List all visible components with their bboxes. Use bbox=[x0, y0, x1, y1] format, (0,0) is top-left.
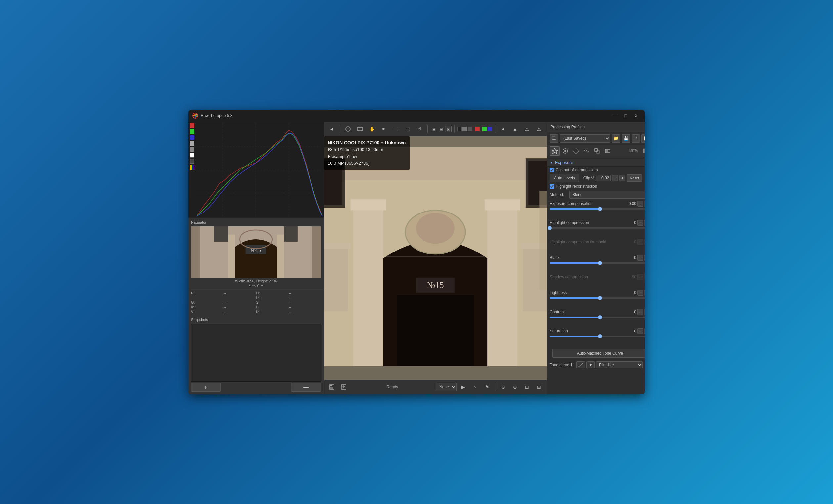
profile-reset-button[interactable]: ↺ bbox=[632, 134, 640, 143]
saturation-decrement[interactable]: − bbox=[638, 328, 643, 334]
pick-color-button[interactable]: ✒ bbox=[378, 124, 389, 134]
saturation-reset-icon[interactable]: ↺ bbox=[644, 339, 645, 345]
saturation-slider[interactable] bbox=[550, 336, 645, 337]
highlight-comp-increment[interactable]: + bbox=[644, 220, 645, 226]
profile-copy-button[interactable]: 📋 bbox=[641, 134, 645, 143]
zoom-in-button[interactable]: ⊕ bbox=[510, 382, 520, 392]
detail-tab-button[interactable] bbox=[571, 146, 581, 156]
maximize-button[interactable]: □ bbox=[621, 112, 630, 119]
black-thumb[interactable] bbox=[598, 261, 602, 265]
clip-reset-button[interactable]: Reset bbox=[626, 175, 642, 182]
minimize-button[interactable]: — bbox=[610, 112, 620, 119]
contrast-slider[interactable] bbox=[550, 317, 645, 318]
profile-dropdown[interactable]: (Last Saved) bbox=[560, 134, 610, 143]
auto-levels-button[interactable]: Auto Levels bbox=[550, 174, 579, 182]
clip-increment-button[interactable]: + bbox=[619, 175, 625, 181]
straighten-button[interactable]: ⊣ bbox=[390, 124, 401, 134]
meta-tab-button[interactable] bbox=[640, 146, 645, 156]
chroma-channel-btn[interactable] bbox=[190, 147, 194, 152]
exposure-comp-decrement[interactable]: − bbox=[638, 201, 643, 206]
highlight-comp-thumb[interactable] bbox=[548, 226, 552, 230]
transform-tab-button[interactable] bbox=[592, 146, 602, 156]
export-button[interactable] bbox=[338, 382, 349, 392]
clip-decrement-button[interactable]: − bbox=[612, 175, 618, 181]
dark-channel-button[interactable] bbox=[468, 127, 472, 131]
black-decrement[interactable]: − bbox=[638, 255, 643, 261]
select-button[interactable]: ↖ bbox=[470, 382, 480, 392]
profile-load-button[interactable]: 📁 bbox=[612, 134, 620, 143]
highlight-recon-checkbox[interactable] bbox=[550, 184, 554, 189]
view-mode-2-button[interactable]: ▣ bbox=[438, 126, 444, 132]
blue-channel-view-button[interactable] bbox=[487, 127, 492, 131]
circle-view-button[interactable]: ● bbox=[498, 124, 508, 134]
tone-curve-type-dropdown[interactable]: Film-like Standard Custom bbox=[596, 361, 643, 369]
exposure-comp-thumb[interactable] bbox=[598, 207, 602, 211]
blue-channel-btn[interactable] bbox=[190, 135, 194, 140]
lightness-reset-icon[interactable]: ↺ bbox=[644, 301, 645, 307]
lightness-increment[interactable]: + bbox=[644, 290, 645, 296]
tone-curve-1-reset[interactable]: ↺ bbox=[644, 362, 645, 368]
exposure-tab-button[interactable] bbox=[550, 146, 560, 156]
highlight-comp-reset-icon[interactable]: ↺ bbox=[644, 231, 645, 237]
view-mode-3-button[interactable]: ▣ bbox=[445, 126, 452, 132]
play-button[interactable]: ▶ bbox=[458, 382, 469, 392]
exposure-comp-slider[interactable] bbox=[550, 208, 645, 209]
black-slider[interactable] bbox=[550, 262, 645, 264]
warning-2-button[interactable]: ⚠ bbox=[533, 124, 544, 134]
auto-matched-tone-curve-button[interactable]: Auto-Matched Tone Curve bbox=[552, 349, 645, 358]
clip-value-input[interactable] bbox=[596, 175, 611, 181]
profile-menu-button[interactable]: ☰ bbox=[550, 134, 558, 143]
green-channel-view-button[interactable] bbox=[482, 127, 487, 131]
all-channels-button[interactable] bbox=[457, 127, 462, 131]
close-button[interactable]: ✕ bbox=[632, 112, 641, 119]
gray-channel-button[interactable] bbox=[462, 127, 467, 131]
tone-curve-1-type-icon[interactable]: ▼ bbox=[586, 361, 595, 369]
save-button[interactable] bbox=[327, 382, 337, 392]
info-button[interactable]: i bbox=[343, 124, 353, 134]
hand-tool-button[interactable]: ✋ bbox=[366, 124, 377, 134]
wavelet-tab-button[interactable] bbox=[581, 146, 592, 156]
green-channel-btn[interactable] bbox=[190, 129, 194, 134]
clip-gamut-checkbox[interactable] bbox=[550, 168, 554, 172]
red-channel-view-button[interactable] bbox=[475, 127, 480, 131]
profile-save-button[interactable]: 💾 bbox=[622, 134, 630, 143]
highlight-thresh-reset-icon[interactable]: ↺ bbox=[644, 247, 645, 253]
zoom-fit-button[interactable]: ⊡ bbox=[522, 382, 532, 392]
exposure-section-header[interactable]: ▼ Exposure bbox=[547, 159, 645, 167]
rainbow-btn[interactable] bbox=[190, 165, 194, 170]
shadow-comp-reset-icon[interactable]: ↺ bbox=[644, 282, 645, 288]
crop-button[interactable]: ⬚ bbox=[402, 124, 413, 134]
filmstrip-button[interactable] bbox=[355, 124, 365, 134]
exposure-comp-reset-icon[interactable]: ↺ bbox=[644, 212, 645, 218]
contrast-reset-icon[interactable]: ↺ bbox=[644, 320, 645, 326]
zoom-out-button[interactable]: ⊖ bbox=[498, 382, 508, 392]
black-increment[interactable]: + bbox=[644, 255, 645, 261]
transform-button[interactable]: ↺ bbox=[414, 124, 425, 134]
contrast-decrement[interactable]: − bbox=[638, 309, 643, 315]
remove-snapshot-button[interactable]: — bbox=[291, 383, 321, 392]
zoom-100-button[interactable]: ⊞ bbox=[533, 382, 544, 392]
view-mode-1-button[interactable]: ▣ bbox=[430, 126, 437, 132]
lightness-slider[interactable] bbox=[550, 298, 645, 299]
lightness-decrement[interactable]: − bbox=[638, 290, 643, 296]
flag-button[interactable]: ⚑ bbox=[482, 382, 492, 392]
method-dropdown[interactable]: Blend Luminance Color bbox=[569, 191, 645, 199]
tone-curve-1-icon-button[interactable] bbox=[576, 361, 585, 369]
black-reset-icon[interactable]: ↺ bbox=[644, 266, 645, 272]
luma-channel-btn[interactable] bbox=[190, 141, 194, 146]
highlight-comp-decrement[interactable]: − bbox=[638, 220, 643, 226]
saturation-thumb[interactable] bbox=[598, 334, 602, 338]
color-tab-button[interactable] bbox=[561, 146, 570, 156]
triangle-view-button[interactable]: ▲ bbox=[510, 124, 520, 134]
red-channel-btn[interactable] bbox=[190, 123, 194, 128]
black-point-btn[interactable] bbox=[190, 159, 194, 163]
contrast-thumb[interactable] bbox=[598, 315, 602, 319]
back-button[interactable]: ◄ bbox=[327, 124, 337, 134]
highlight-comp-slider[interactable] bbox=[550, 227, 645, 229]
exposure-comp-increment[interactable]: + bbox=[644, 201, 645, 206]
warning-1-button[interactable]: ⚠ bbox=[522, 124, 532, 134]
raw-tab-button[interactable] bbox=[603, 146, 613, 156]
add-snapshot-button[interactable]: + bbox=[191, 383, 221, 392]
contrast-increment[interactable]: + bbox=[644, 309, 645, 315]
saturation-increment[interactable]: + bbox=[644, 328, 645, 334]
